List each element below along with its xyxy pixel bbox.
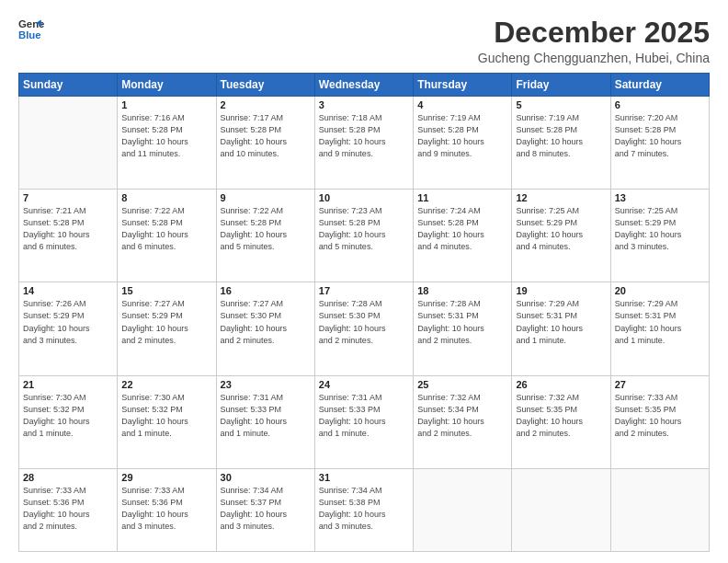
col-friday: Friday bbox=[512, 74, 610, 97]
day-number: 11 bbox=[417, 192, 507, 203]
day-info: Sunrise: 7:26 AMSunset: 5:29 PMDaylight:… bbox=[23, 298, 113, 346]
table-row: 29Sunrise: 7:33 AMSunset: 5:36 PMDayligh… bbox=[118, 468, 216, 551]
day-number: 26 bbox=[516, 379, 606, 390]
day-number: 23 bbox=[221, 379, 311, 390]
table-row: 2Sunrise: 7:17 AMSunset: 5:28 PMDaylight… bbox=[216, 97, 314, 190]
table-row: 9Sunrise: 7:22 AMSunset: 5:28 PMDaylight… bbox=[216, 190, 314, 282]
col-saturday: Saturday bbox=[610, 74, 709, 97]
day-number: 3 bbox=[319, 99, 409, 110]
table-row: 1Sunrise: 7:16 AMSunset: 5:28 PMDaylight… bbox=[118, 97, 216, 190]
day-info: Sunrise: 7:18 AMSunset: 5:28 PMDaylight:… bbox=[319, 112, 409, 160]
day-info: Sunrise: 7:25 AMSunset: 5:29 PMDaylight:… bbox=[615, 205, 705, 253]
day-info: Sunrise: 7:27 AMSunset: 5:30 PMDaylight:… bbox=[221, 298, 311, 346]
day-number: 7 bbox=[23, 192, 113, 203]
day-info: Sunrise: 7:20 AMSunset: 5:28 PMDaylight:… bbox=[615, 112, 705, 160]
day-info: Sunrise: 7:25 AMSunset: 5:29 PMDaylight:… bbox=[516, 205, 606, 253]
table-row: 31Sunrise: 7:34 AMSunset: 5:38 PMDayligh… bbox=[314, 468, 413, 551]
day-info: Sunrise: 7:32 AMSunset: 5:34 PMDaylight:… bbox=[417, 392, 507, 440]
col-sunday: Sunday bbox=[19, 74, 118, 97]
day-number: 21 bbox=[23, 379, 113, 390]
table-row: 30Sunrise: 7:34 AMSunset: 5:37 PMDayligh… bbox=[216, 468, 314, 551]
table-row: 13Sunrise: 7:25 AMSunset: 5:29 PMDayligh… bbox=[610, 190, 709, 282]
day-number: 30 bbox=[221, 472, 311, 483]
table-row bbox=[512, 468, 610, 551]
day-number: 13 bbox=[615, 192, 705, 203]
logo-icon: General Blue bbox=[18, 17, 44, 42]
day-info: Sunrise: 7:24 AMSunset: 5:28 PMDaylight:… bbox=[417, 205, 507, 253]
table-row: 4Sunrise: 7:19 AMSunset: 5:28 PMDaylight… bbox=[414, 97, 512, 190]
day-number: 8 bbox=[121, 192, 211, 203]
table-row: 23Sunrise: 7:31 AMSunset: 5:33 PMDayligh… bbox=[216, 375, 314, 468]
table-row bbox=[610, 468, 709, 551]
day-info: Sunrise: 7:33 AMSunset: 5:35 PMDaylight:… bbox=[615, 392, 705, 440]
day-info: Sunrise: 7:32 AMSunset: 5:35 PMDaylight:… bbox=[516, 392, 606, 440]
col-tuesday: Tuesday bbox=[216, 74, 314, 97]
day-number: 9 bbox=[221, 192, 311, 203]
day-info: Sunrise: 7:19 AMSunset: 5:28 PMDaylight:… bbox=[417, 112, 507, 160]
svg-text:Blue: Blue bbox=[18, 29, 41, 40]
day-number: 25 bbox=[417, 379, 507, 390]
day-number: 29 bbox=[121, 472, 211, 483]
day-number: 4 bbox=[417, 99, 507, 110]
day-number: 12 bbox=[516, 192, 606, 203]
table-row: 5Sunrise: 7:19 AMSunset: 5:28 PMDaylight… bbox=[512, 97, 610, 190]
day-info: Sunrise: 7:17 AMSunset: 5:28 PMDaylight:… bbox=[221, 112, 311, 160]
day-number: 6 bbox=[615, 99, 705, 110]
day-number: 20 bbox=[615, 285, 705, 296]
table-row: 21Sunrise: 7:30 AMSunset: 5:32 PMDayligh… bbox=[19, 375, 118, 468]
day-number: 10 bbox=[319, 192, 409, 203]
table-row: 25Sunrise: 7:32 AMSunset: 5:34 PMDayligh… bbox=[414, 375, 512, 468]
month-title: December 2025 bbox=[478, 17, 710, 49]
table-row: 17Sunrise: 7:28 AMSunset: 5:30 PMDayligh… bbox=[314, 282, 413, 375]
logo: General Blue bbox=[18, 17, 44, 42]
day-number: 19 bbox=[516, 285, 606, 296]
day-number: 22 bbox=[121, 379, 211, 390]
day-info: Sunrise: 7:34 AMSunset: 5:37 PMDaylight:… bbox=[221, 485, 311, 533]
col-thursday: Thursday bbox=[414, 74, 512, 97]
day-info: Sunrise: 7:29 AMSunset: 5:31 PMDaylight:… bbox=[615, 298, 705, 346]
title-block: December 2025 Gucheng Chengguanzhen, Hub… bbox=[478, 17, 710, 65]
day-info: Sunrise: 7:27 AMSunset: 5:29 PMDaylight:… bbox=[121, 298, 211, 346]
day-number: 2 bbox=[221, 99, 311, 110]
table-row: 24Sunrise: 7:31 AMSunset: 5:33 PMDayligh… bbox=[314, 375, 413, 468]
day-info: Sunrise: 7:33 AMSunset: 5:36 PMDaylight:… bbox=[121, 485, 211, 533]
day-number: 28 bbox=[23, 472, 113, 483]
day-info: Sunrise: 7:19 AMSunset: 5:28 PMDaylight:… bbox=[516, 112, 606, 160]
day-info: Sunrise: 7:31 AMSunset: 5:33 PMDaylight:… bbox=[221, 392, 311, 440]
table-row bbox=[19, 97, 118, 190]
table-row: 8Sunrise: 7:22 AMSunset: 5:28 PMDaylight… bbox=[118, 190, 216, 282]
day-info: Sunrise: 7:28 AMSunset: 5:31 PMDaylight:… bbox=[417, 298, 507, 346]
table-row: 18Sunrise: 7:28 AMSunset: 5:31 PMDayligh… bbox=[414, 282, 512, 375]
day-info: Sunrise: 7:28 AMSunset: 5:30 PMDaylight:… bbox=[319, 298, 409, 346]
day-number: 16 bbox=[221, 285, 311, 296]
table-row: 11Sunrise: 7:24 AMSunset: 5:28 PMDayligh… bbox=[414, 190, 512, 282]
calendar: Sunday Monday Tuesday Wednesday Thursday… bbox=[18, 73, 710, 552]
header: General Blue December 2025 Gucheng Cheng… bbox=[18, 17, 710, 65]
day-info: Sunrise: 7:29 AMSunset: 5:31 PMDaylight:… bbox=[516, 298, 606, 346]
table-row: 14Sunrise: 7:26 AMSunset: 5:29 PMDayligh… bbox=[19, 282, 118, 375]
table-row: 20Sunrise: 7:29 AMSunset: 5:31 PMDayligh… bbox=[610, 282, 709, 375]
table-row: 3Sunrise: 7:18 AMSunset: 5:28 PMDaylight… bbox=[314, 97, 413, 190]
page: General Blue December 2025 Gucheng Cheng… bbox=[0, 0, 728, 563]
table-row: 7Sunrise: 7:21 AMSunset: 5:28 PMDaylight… bbox=[19, 190, 118, 282]
day-number: 24 bbox=[319, 379, 409, 390]
day-info: Sunrise: 7:30 AMSunset: 5:32 PMDaylight:… bbox=[121, 392, 211, 440]
table-row: 28Sunrise: 7:33 AMSunset: 5:36 PMDayligh… bbox=[19, 468, 118, 551]
table-row: 27Sunrise: 7:33 AMSunset: 5:35 PMDayligh… bbox=[610, 375, 709, 468]
day-number: 18 bbox=[417, 285, 507, 296]
col-monday: Monday bbox=[118, 74, 216, 97]
location: Gucheng Chengguanzhen, Hubei, China bbox=[478, 51, 710, 65]
day-info: Sunrise: 7:34 AMSunset: 5:38 PMDaylight:… bbox=[319, 485, 409, 533]
table-row: 16Sunrise: 7:27 AMSunset: 5:30 PMDayligh… bbox=[216, 282, 314, 375]
table-row: 19Sunrise: 7:29 AMSunset: 5:31 PMDayligh… bbox=[512, 282, 610, 375]
table-row: 10Sunrise: 7:23 AMSunset: 5:28 PMDayligh… bbox=[314, 190, 413, 282]
day-number: 14 bbox=[23, 285, 113, 296]
day-number: 15 bbox=[121, 285, 211, 296]
day-info: Sunrise: 7:33 AMSunset: 5:36 PMDaylight:… bbox=[23, 485, 113, 533]
day-info: Sunrise: 7:21 AMSunset: 5:28 PMDaylight:… bbox=[23, 205, 113, 253]
table-row: 12Sunrise: 7:25 AMSunset: 5:29 PMDayligh… bbox=[512, 190, 610, 282]
day-info: Sunrise: 7:31 AMSunset: 5:33 PMDaylight:… bbox=[319, 392, 409, 440]
table-row: 26Sunrise: 7:32 AMSunset: 5:35 PMDayligh… bbox=[512, 375, 610, 468]
day-number: 31 bbox=[319, 472, 409, 483]
day-info: Sunrise: 7:30 AMSunset: 5:32 PMDaylight:… bbox=[23, 392, 113, 440]
